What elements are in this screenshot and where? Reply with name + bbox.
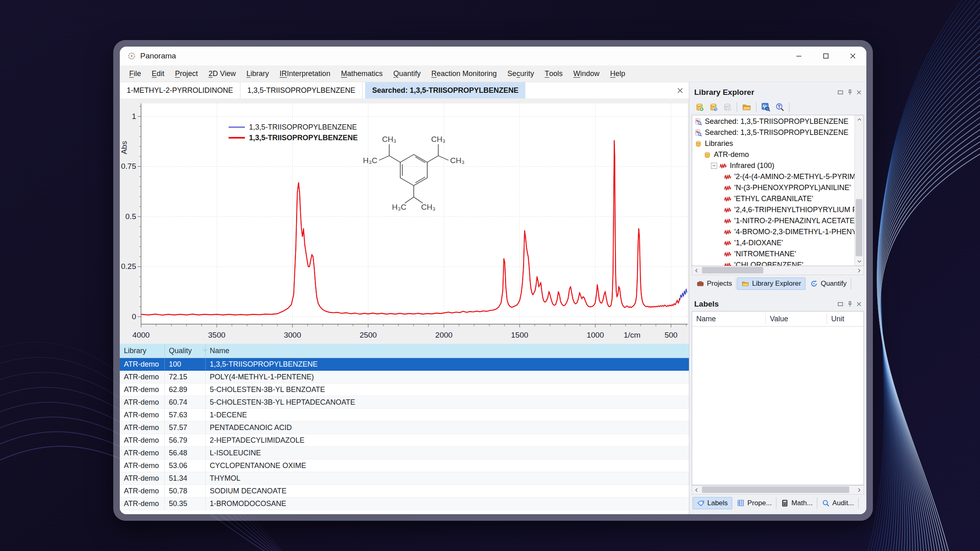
labels-tab-math[interactable]: Math... <box>777 497 817 509</box>
close-document-button[interactable] <box>671 82 689 99</box>
tree-item[interactable]: 'ETHYL CARBANILATE' <box>692 193 854 204</box>
tree-item[interactable]: Searched: 1,3,5-TRIISOPROPYLBENZENE <box>692 127 854 138</box>
result-row[interactable]: ATR-demo53.06CYCLOPENTANONE OXIME <box>120 459 689 472</box>
pin-icon <box>848 90 852 95</box>
menu-project[interactable]: Project <box>170 65 203 82</box>
labels-column-value[interactable]: Value <box>766 314 827 324</box>
libraries-icon <box>695 140 702 148</box>
library-explorer-toolbar <box>692 99 864 115</box>
remove-database-button[interactable] <box>721 101 733 113</box>
scroll-up-button[interactable] <box>855 115 863 124</box>
tree-item[interactable]: '1-NITRO-2-PHENAZINYL ACETATE' <box>692 215 854 226</box>
dock-tab-projects[interactable]: Projects <box>693 278 736 289</box>
result-row[interactable]: ATR-demo57.631-DECENE <box>120 409 689 421</box>
add-database-button[interactable] <box>693 101 706 113</box>
menu-security[interactable]: Security <box>502 65 539 82</box>
scroll-left-button[interactable] <box>692 266 701 275</box>
menu-window[interactable]: Window <box>568 65 605 82</box>
column-header-library[interactable]: Library <box>120 344 165 358</box>
labels-tab-prope[interactable]: Prope... <box>733 497 776 509</box>
tree-item[interactable]: ATR-demo <box>692 149 854 160</box>
scroll-thumb[interactable] <box>856 199 862 256</box>
tree-item[interactable]: '2,4,6-TRIPHENYLTHIOPYRYLIUM P-T <box>692 204 854 215</box>
tree-item[interactable]: Libraries <box>692 138 854 149</box>
menu-file[interactable]: File <box>124 65 146 82</box>
close-pane-button[interactable] <box>857 90 861 95</box>
labels-column-name[interactable]: Name <box>692 314 766 324</box>
open-folder-button[interactable] <box>740 101 753 113</box>
scroll-right-button[interactable] <box>855 266 863 275</box>
document-tab-2[interactable]: Searched: 1,3,5-TRIISOPROPYLBENZENE <box>365 82 525 99</box>
result-row[interactable]: ATR-demo50.351-BROMODOCOSANE <box>120 497 689 510</box>
update-database-button[interactable] <box>707 101 720 113</box>
tree-item[interactable]: '2-(4-(4-AMINO-2-METHYL-5-PYRIMI <box>692 171 854 182</box>
collapse-expander[interactable] <box>711 163 717 169</box>
tree-item[interactable]: Infrared (100) <box>692 160 854 171</box>
menu-edit[interactable]: Edit <box>146 65 170 82</box>
pin-pane-button[interactable] <box>848 90 852 95</box>
tree-item[interactable]: 'N-(3-PHENOXYPROPYL)ANILINE' <box>692 182 854 193</box>
column-header-quality[interactable]: Quality <box>165 344 206 358</box>
scroll-right-button[interactable] <box>855 486 863 494</box>
menu-quantify[interactable]: Quantify <box>388 65 426 82</box>
result-row[interactable]: ATR-demo50.78SODIUM DECANOATE <box>120 485 689 497</box>
result-row[interactable]: ATR-demo60.745-CHOLESTEN-3B-YL HEPTADECA… <box>120 396 689 409</box>
x-tick-label: 1500 <box>511 331 528 339</box>
cell-quality: 51.34 <box>165 472 206 484</box>
wave-icon <box>724 195 731 203</box>
tree-item[interactable]: Searched: 1,3,5-TRIISOPROPYLBENZENE <box>692 116 854 127</box>
menu-reaction-monitoring[interactable]: Reaction Monitoring <box>426 65 502 82</box>
tree-item[interactable]: 'NITROMETHANE' <box>692 249 854 260</box>
plot-area[interactable] <box>141 103 688 324</box>
dock-tab-libraryexplorer[interactable]: Library Explorer <box>737 278 805 290</box>
result-row[interactable]: ATR-demo72.15POLY(4-METHYL-1-PENTENE) <box>120 371 689 383</box>
tree-item[interactable]: '4-BROMO-2,3-DIMETHYL-1-PHENYL <box>692 226 854 237</box>
search-spectra-button[interactable] <box>760 101 772 113</box>
document-tab-1[interactable]: 1,3,5-TRIISOPROPYLBENZENE <box>240 82 363 99</box>
menu-mathematics[interactable]: Mathematics <box>336 65 388 82</box>
minimize-button[interactable] <box>785 47 812 65</box>
pin-pane-button[interactable] <box>848 301 852 307</box>
result-row[interactable]: ATR-demo57.57PENTADECANOIC ACID <box>120 421 689 434</box>
menu-2d-view[interactable]: 2D View <box>203 65 241 82</box>
library-explorer-header: Library Explorer <box>692 85 864 99</box>
result-row[interactable]: ATR-demo56.792-HEPTADECYLIMIDAZOLE <box>120 434 689 447</box>
menu-ir-interpretation[interactable]: IR Interpretation <box>274 65 336 82</box>
wave-icon <box>724 262 731 267</box>
close-button[interactable] <box>839 47 866 65</box>
float-pane-button[interactable] <box>838 301 843 307</box>
cell-name: POLY(4-METHYL-1-PENTENE) <box>206 371 689 383</box>
labels-horizontal-scrollbar[interactable] <box>692 485 864 495</box>
tree-item[interactable]: '1,4-DIOXANE' <box>692 237 854 249</box>
labels-grid-body[interactable] <box>692 327 864 485</box>
titlebar[interactable]: Panorama <box>120 47 866 65</box>
tree-item-label: '2,4,6-TRIPHENYLTHIOPYRYLIUM P-T <box>734 206 854 214</box>
result-row[interactable]: ATR-demo51.34THYMOL <box>120 472 689 485</box>
close-pane-button[interactable] <box>857 301 861 307</box>
document-tab-0[interactable]: 1-METHYL-2-PYRROLIDINONE <box>120 82 240 99</box>
maximize-button[interactable] <box>812 47 839 65</box>
toolbar-separator <box>737 102 737 112</box>
labels-column-unit[interactable]: Unit <box>827 314 863 324</box>
labels-tab-audit[interactable]: Audit... <box>818 497 859 509</box>
menu-help[interactable]: Help <box>605 65 630 82</box>
menu-library[interactable]: Library <box>241 65 274 82</box>
result-row[interactable]: ATR-demo56.48L-ISOLEUCINE <box>120 447 689 459</box>
result-row[interactable]: ATR-demo62.895-CHOLESTEN-3B-YL BENZOATE <box>120 383 689 396</box>
y-tick-label: 0.25 <box>121 262 136 271</box>
result-row[interactable]: ATR-demo1001,3,5-TRIISOPROPYLBENZENE <box>120 358 689 371</box>
float-pane-button[interactable] <box>838 90 843 95</box>
tree-horizontal-scrollbar[interactable] <box>692 266 864 275</box>
dock-tab-quantify[interactable]: Quantify <box>806 278 851 289</box>
scroll-thumb[interactable] <box>702 486 849 493</box>
labels-tab-labels[interactable]: Labels <box>693 497 732 509</box>
search-text-button[interactable] <box>774 101 786 113</box>
tree-item[interactable]: 'CHLOROBENZENE' <box>692 260 854 266</box>
spectrum-chart[interactable]: 400035003000250020001500100050000.250.50… <box>120 99 689 344</box>
scroll-thumb[interactable] <box>702 267 763 273</box>
menu-tools[interactable]: Tools <box>539 65 568 82</box>
scroll-down-button[interactable] <box>855 257 863 266</box>
scroll-left-button[interactable] <box>692 486 701 494</box>
tree-vertical-scrollbar[interactable] <box>854 115 863 266</box>
column-header-name[interactable]: Name <box>206 344 689 358</box>
